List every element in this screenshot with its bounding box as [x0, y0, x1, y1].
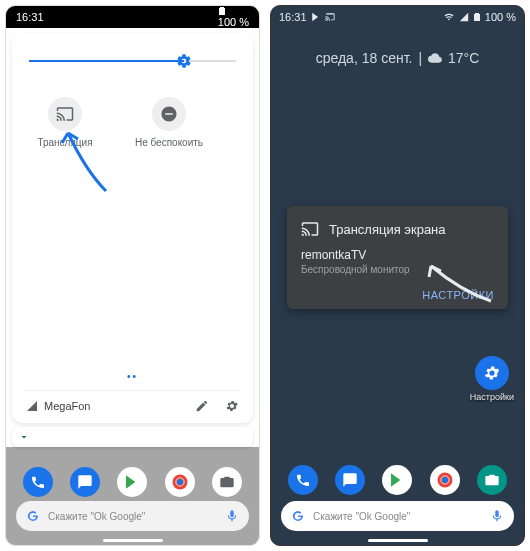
date-text: среда, 18 сент. [316, 50, 413, 66]
status-battery: 100 % [485, 11, 516, 23]
messages-app-icon[interactable] [335, 465, 365, 495]
chrome-app-icon[interactable] [430, 465, 460, 495]
play-store-app-icon[interactable] [117, 467, 147, 497]
status-bar: 16:31 100 % [271, 6, 524, 28]
brightness-slider[interactable] [29, 51, 236, 71]
svg-point-1 [177, 479, 183, 485]
edit-button[interactable] [195, 399, 209, 413]
dnd-icon [160, 105, 178, 123]
cast-title: Трансляция экрана [329, 222, 446, 237]
phone-app-icon[interactable] [23, 467, 53, 497]
at-a-glance[interactable]: среда, 18 сент. | 17°C [271, 28, 524, 76]
play-store-app-icon[interactable] [382, 465, 412, 495]
camera-app-icon[interactable] [477, 465, 507, 495]
phone-cast-dialog: 16:31 100 % среда, 18 сент. | 17°C Транс… [270, 5, 525, 546]
chevron-down-icon [18, 431, 30, 443]
brightness-thumb-icon[interactable] [176, 53, 192, 69]
temp-text: 17°C [448, 50, 479, 66]
svg-point-4 [442, 477, 448, 483]
signal-icon [26, 400, 38, 412]
phone-app-icon[interactable] [288, 465, 318, 495]
wifi-icon [443, 12, 455, 22]
dock [271, 465, 524, 495]
quick-settings-panel: Трансляция Не беспокоить •• MegaFon [12, 33, 253, 423]
cast-device-item[interactable]: remontkaTV Беспроводной монитор [301, 248, 494, 275]
cast-notif-icon [325, 12, 335, 22]
cast-dialog: Трансляция экрана remontkaTV Беспроводно… [287, 206, 508, 309]
status-battery: 100 % [218, 6, 249, 28]
status-time: 16:31 [16, 11, 44, 23]
mic-icon[interactable] [490, 509, 504, 523]
cloud-icon [428, 51, 442, 65]
status-time: 16:31 [279, 11, 307, 23]
gear-icon [483, 364, 501, 382]
play-store-notif-icon [311, 12, 321, 22]
mic-icon[interactable] [225, 509, 239, 523]
settings-shortcut[interactable]: Настройки [470, 356, 514, 402]
chrome-app-icon[interactable] [165, 467, 195, 497]
google-g-icon [26, 509, 40, 523]
dock [6, 467, 259, 497]
carrier-label: MegaFon [44, 400, 90, 412]
search-hint: Скажите "Ok Google" [313, 511, 410, 522]
google-g-icon [291, 509, 305, 523]
messages-app-icon[interactable] [70, 467, 100, 497]
camera-app-icon[interactable] [212, 467, 242, 497]
dimmed-homescreen: Скажите "Ok Google" [6, 447, 259, 545]
cast-label: Трансляция [37, 137, 92, 148]
dnd-label: Не беспокоить [135, 137, 203, 148]
settings-shortcut-label: Настройки [470, 392, 514, 402]
signal-icon [459, 12, 469, 22]
google-search-bar[interactable]: Скажите "Ok Google" [281, 501, 514, 531]
battery-icon [473, 12, 481, 22]
cast-settings-button[interactable]: НАСТРОЙКИ [301, 289, 494, 301]
phone-quick-settings: 16:31 100 % Трансляция [5, 5, 260, 546]
cast-icon [301, 220, 319, 238]
settings-button[interactable] [225, 399, 239, 413]
divider: | [418, 50, 422, 66]
quick-tiles-row: Трансляция Не беспокоить [24, 91, 241, 154]
dnd-tile[interactable]: Не беспокоить [132, 97, 206, 148]
page-indicator: •• [24, 371, 241, 382]
panel-footer: MegaFon [24, 390, 241, 413]
device-name: remontkaTV [301, 248, 494, 262]
search-hint: Скажите "Ok Google" [48, 511, 145, 522]
status-bar: 16:31 100 % [6, 6, 259, 28]
device-subtitle: Беспроводной монитор [301, 264, 494, 275]
google-search-bar[interactable]: Скажите "Ok Google" [16, 501, 249, 531]
cast-icon [56, 105, 74, 123]
cast-tile[interactable]: Трансляция [28, 97, 102, 148]
handle-bar[interactable] [12, 427, 253, 447]
